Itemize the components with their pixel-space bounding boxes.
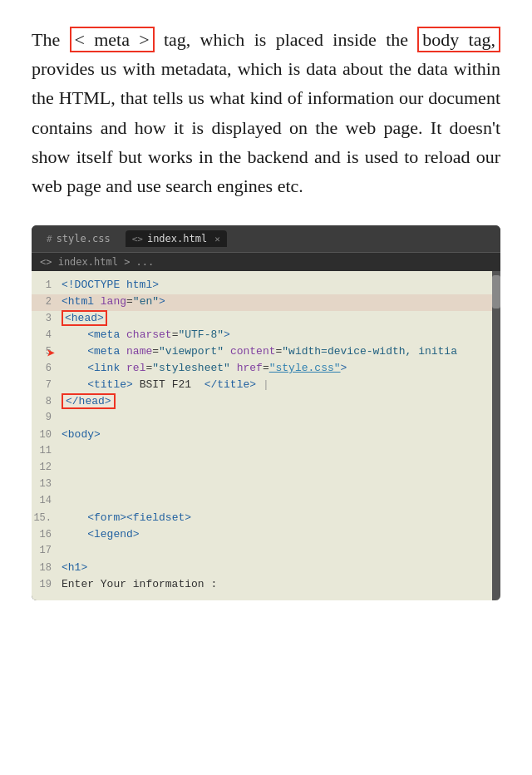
line-num-2: 2 [32, 296, 62, 308]
code-line-3: 3 <head> [32, 311, 500, 328]
line-num-17: 17 [32, 545, 62, 556]
line-num-7: 7 [32, 379, 62, 391]
line-content-10: <body> [62, 428, 500, 441]
line-num-15: 15. [32, 512, 62, 524]
line-content-7: <title> BSIT F21 </title> | [62, 378, 500, 391]
breadcrumb-text: <> index.html > ... [40, 256, 154, 268]
para-start: The [32, 29, 70, 50]
tab-index-html[interactable]: <> index.html ✕ [126, 230, 227, 247]
para-mid1: tag, which is placed inside the [155, 29, 418, 50]
code-line-12: 12 [32, 461, 500, 477]
body-tag-highlight: body tag, [417, 27, 500, 52]
code-line-1: 1 <!DOCTYPE html> [32, 278, 500, 294]
line-content-18: <h1> [62, 561, 500, 574]
line-content-8: </head> [62, 395, 500, 407]
html-icon: <> [132, 234, 143, 244]
scrollbar[interactable] [492, 271, 500, 600]
red-arrow-icon: ➤ [47, 344, 56, 363]
code-line-19: 19 Enter Your information : [32, 577, 500, 594]
para-mid2: provides us with metadata, which is data… [32, 58, 500, 196]
line-content-6: <link rel="stylesheet" href="style.css"> [62, 362, 500, 374]
line-num-1: 1 [32, 279, 62, 291]
scrollbar-thumb[interactable] [492, 275, 500, 309]
line-num-6: 6 [32, 363, 62, 374]
page-container: The < meta > tag, which is placed inside… [0, 0, 532, 650]
code-line-6: 6 <link rel="stylesheet" href="style.css… [32, 361, 500, 378]
tab-style-css-label: style.css [57, 233, 111, 244]
line-num-10: 10 [32, 429, 62, 441]
css-icon: # [47, 234, 52, 244]
line-num-9: 9 [32, 412, 62, 423]
code-screenshot: # style.css <> index.html ✕ <> index.htm… [32, 225, 500, 600]
code-line-10: 10 <body> [32, 427, 500, 444]
code-line-2: 2 <html lang="en"> [32, 294, 500, 311]
line-num-16: 16 [32, 529, 62, 541]
line-content-1: <!DOCTYPE html> [62, 279, 500, 291]
tab-style-css[interactable]: # style.css [40, 230, 117, 247]
line-content-3: <head> [62, 312, 500, 324]
code-line-7: 7 <title> BSIT F21 </title> | [32, 378, 500, 394]
line-num-19: 19 [32, 579, 62, 590]
line-content-19: Enter Your information : [62, 578, 500, 590]
code-line-13: 13 [32, 477, 500, 494]
code-line-11: 11 [32, 444, 500, 461]
line-num-12: 12 [32, 462, 62, 473]
line-num-3: 3 [32, 313, 62, 324]
code-line-17: 17 [32, 544, 500, 560]
line-content-2: <html lang="en"> [62, 295, 500, 308]
meta-tag-highlight: < meta > [70, 27, 155, 52]
line-num-8: 8 [32, 396, 62, 407]
tab-index-html-label: index.html [147, 233, 207, 244]
line-content-15: <form><fieldset> [62, 511, 500, 524]
line-num-14: 14 [32, 495, 62, 506]
code-wrapper: 1 <!DOCTYPE html> 2 <html lang="en"> 3 <… [32, 271, 500, 600]
line-num-13: 13 [32, 478, 62, 490]
code-line-18: 18 <h1> [32, 560, 500, 577]
line-content-5: <meta name="viewport" content="width=dev… [62, 345, 500, 358]
code-line-4: 4 <meta charset="UTF-8"> [32, 328, 500, 344]
line-num-11: 11 [32, 445, 62, 457]
code-breadcrumb: <> index.html > ... [32, 253, 500, 271]
code-line-14: 14 [32, 494, 500, 511]
tab-close-icon[interactable]: ✕ [214, 234, 220, 244]
line-content-4: <meta charset="UTF-8"> [62, 328, 500, 341]
line-num-4: 4 [32, 329, 62, 341]
code-line-16: 16 <legend> [32, 527, 500, 544]
code-line-15: 15. <form><fieldset> [32, 511, 500, 527]
code-line-5: 5 <meta name="viewport" content="width=d… [32, 344, 500, 361]
code-line-8: 8 </head> [32, 394, 500, 411]
code-body: 1 <!DOCTYPE html> 2 <html lang="en"> 3 <… [32, 271, 500, 600]
code-tab-bar: # style.css <> index.html ✕ [32, 225, 500, 253]
line-num-18: 18 [32, 562, 62, 574]
code-line-9: 9 [32, 411, 500, 427]
main-paragraph: The < meta > tag, which is placed inside… [32, 25, 500, 200]
line-content-16: <legend> [62, 528, 500, 541]
